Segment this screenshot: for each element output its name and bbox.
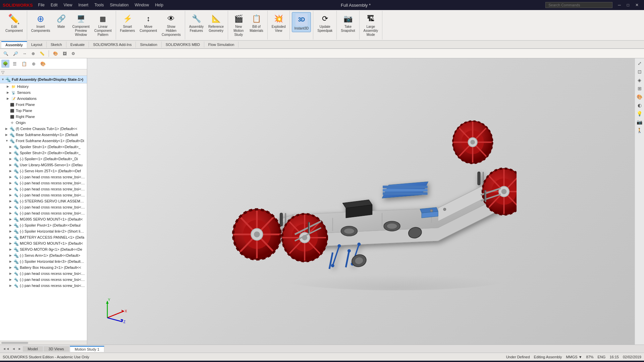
spoiler-horiz2-expand[interactable]: ▶ [9, 230, 13, 233]
screw4-expand[interactable]: ▶ [9, 193, 13, 197]
menu-help[interactable]: Help [152, 2, 166, 8]
tree-item-front-plane[interactable]: ⬛ Front Plane [0, 102, 87, 108]
screw7-expand[interactable]: ▶ [9, 272, 13, 275]
tree-item-screw7[interactable]: ▶ 🔩 (-) pan head cross recess screw_bsi<… [0, 270, 87, 277]
mate-button[interactable]: 🔗 Mate [53, 12, 69, 30]
screw5-expand[interactable]: ▶ [9, 205, 13, 209]
zoom-to-fit-button[interactable]: ⤢ [637, 60, 643, 67]
tree-root-item[interactable]: ▼ 🔩 Full Assembly (Default<Display State… [0, 76, 87, 83]
move-component-button[interactable]: ↕ MoveComponent [138, 12, 159, 34]
normal-to-button[interactable]: ⊡ [637, 68, 643, 75]
configuration-manager-tab[interactable]: 📋 [20, 60, 28, 68]
tree-item-spoiler-strut2[interactable]: ▶ 🔩 Spoiler Strut<2> (Default<<Default>_ [0, 150, 87, 156]
centre-chassis-expand[interactable]: ▶ [5, 127, 9, 130]
linear-component-button[interactable]: ▦ LinearComponentPattern [92, 12, 114, 38]
tab-solidworks-addins[interactable]: SOLIDWORKS Add-Ins [89, 42, 136, 48]
menu-view[interactable]: View [61, 2, 75, 8]
tab-solidworks-mbd[interactable]: SOLIDWORKS MBD [162, 42, 204, 48]
update-speedpak-button[interactable]: ⟳ UpdateSpeedpak [315, 12, 334, 34]
property-manager-tab[interactable]: ☰ [11, 60, 19, 68]
tree-item-screw1[interactable]: ▶ 🔩 (-) pan head cross recess screw_bsi<… [0, 174, 87, 180]
edit-component-button[interactable]: ✏️ EditComponent [3, 12, 25, 34]
tab-nav-prev[interactable]: ◄ [11, 346, 17, 351]
tab-layout[interactable]: Layout [27, 42, 47, 48]
tree-item-screw3[interactable]: ▶ 🔩 (-) pan head cross recess screw_bsi<… [0, 186, 87, 192]
tree-item-steering-servo[interactable]: ▶ 🔩 (-) STEERING SERVO LINK ASSEMBLY<1> … [0, 198, 87, 204]
tab-3d-views[interactable]: 3D Views [44, 346, 69, 352]
perspective-button[interactable]: ◈ [637, 76, 642, 84]
viewport[interactable]: X Y Z ⤢ ⊡ ◈ ⊞ 🎨 ◐ 💡 📷 🚶 [87, 58, 644, 345]
tree-item-micro-servo-mount[interactable]: ▶ 🔩 MICRO SERVO MOUNT<1> (Default< [0, 240, 87, 246]
tree-item-origin[interactable]: ✛ Origin [0, 120, 87, 126]
tab-evaluate[interactable]: Evaluate [66, 42, 89, 48]
insert-components-button[interactable]: ⊕ InsertComponents [29, 12, 52, 34]
display-style-button[interactable]: 🎨 [51, 51, 60, 57]
cameras-button[interactable]: 📷 [636, 118, 643, 126]
zoom-button[interactable]: 🔎 [11, 51, 20, 57]
servo-motor-expand[interactable]: ▶ [9, 248, 13, 251]
bill-of-materials-button[interactable]: 📋 Bill ofMaterials [248, 12, 265, 34]
tree-item-servo-arm[interactable]: ▶ 🔩 (-) Servo Arm<1> (Default<<Default> [0, 252, 87, 258]
tree-item-top-plane[interactable]: ⬛ Top Plane [0, 108, 87, 114]
tree-item-centre-chassis[interactable]: ▶ 🔩 (f) Centre Chassis Tub<1> (Default<< [0, 126, 87, 132]
screw6-expand[interactable]: ▶ [9, 212, 13, 215]
spoiler-strut1-expand[interactable]: ▶ [9, 145, 13, 148]
tree-root-expand[interactable]: ▼ [1, 78, 4, 81]
dim-xpert-tab[interactable]: ⊕ [30, 60, 38, 68]
tree-item-screw5[interactable]: ▶ 🔩 (-) pan head cross recess screw_bsi<… [0, 204, 87, 210]
servo-mount-expand[interactable]: ▶ [9, 218, 13, 221]
tree-item-spoiler-strut1[interactable]: ▶ 🔩 Spoiler Strut<1> (Default<<Default>_ [0, 144, 87, 150]
tab-nav-next[interactable]: ► [17, 346, 23, 351]
tree-item-right-plane[interactable]: ⬛ Right Plane [0, 114, 87, 120]
micro-servo-mount-expand[interactable]: ▶ [9, 242, 13, 245]
screw2-expand[interactable]: ▶ [9, 181, 13, 185]
view-settings-button[interactable]: 🖼 [61, 51, 69, 57]
section-view-button[interactable]: ⊞ [637, 85, 643, 92]
rotate-button[interactable]: ⊕ [30, 51, 37, 57]
menu-insert[interactable]: Insert [75, 2, 91, 8]
spoiler1-expand[interactable]: ▶ [9, 157, 13, 161]
view-orientation-button[interactable]: 🔍 [1, 51, 10, 57]
smart-fasteners-button[interactable]: ⚡ SmartFasteners [118, 12, 137, 34]
display-manager-tab[interactable]: 🎨 [39, 60, 47, 68]
take-snapshot-button[interactable]: 📷 TakeSnapshot [339, 12, 357, 34]
tree-item-servo-horn[interactable]: ▶ 🔩 (-) Servo Horn 25T<1> (Default<<Def [0, 168, 87, 174]
tree-item-servo-motor[interactable]: ▶ 🔩 SERVO-MOTOR-9g<1> (Default<<De [0, 246, 87, 252]
tree-item-screw6[interactable]: ▶ 🔩 (-) pan head cross recess screw_bsi<… [0, 210, 87, 216]
tree-item-servo-mount[interactable]: ▶ 🔩 MG995 SERVO MOUNT<1> (Default< [0, 216, 87, 222]
history-expand[interactable]: ▶ [7, 85, 11, 88]
tree-item-screw9[interactable]: ▶ 🔩 (-) pan head cross recess screw_bsi<… [0, 283, 87, 289]
screw9-expand[interactable]: ▶ [9, 284, 13, 287]
tree-item-screw2[interactable]: ▶ 🔩 (-) pan head cross recess screw_bsi<… [0, 180, 87, 186]
feature-manager-tab[interactable]: 🌳 [1, 60, 9, 68]
units-selector[interactable]: MMGS ▼ [566, 355, 582, 359]
realview-button[interactable]: ⚙ [69, 51, 77, 57]
component-preview-button[interactable]: 🖥️ ComponentPreviewWindow [70, 12, 92, 38]
close-button[interactable]: ✕ [633, 2, 641, 8]
appearance-button[interactable]: ◐ [637, 102, 643, 109]
instant3d-button[interactable]: 3D Instant3D [292, 12, 311, 32]
tab-sketch[interactable]: Sketch [47, 42, 66, 48]
screw1-expand[interactable]: ▶ [9, 175, 13, 179]
battery-box-expand[interactable]: ▶ [9, 266, 13, 269]
tree-item-front-subframe[interactable]: ▼ 🔩 Front Subframe Assembly<1> (Default<… [0, 138, 87, 144]
tab-simulation[interactable]: Simulation [136, 42, 161, 48]
minimize-button[interactable]: ─ [615, 2, 624, 8]
screw8-expand[interactable]: ▶ [9, 278, 13, 281]
spoiler-strut2-expand[interactable]: ▶ [9, 151, 13, 155]
servo-horn-expand[interactable]: ▶ [9, 169, 13, 173]
menu-file[interactable]: File [36, 2, 47, 8]
mg995-servo-expand[interactable]: ▶ [9, 163, 13, 167]
pan-button[interactable]: ↔ [21, 51, 29, 57]
tab-assembly[interactable]: Assembly [1, 41, 27, 48]
tree-item-mg995-servo[interactable]: ▶ 🔩 User Library-MG995-Servo<1> (Defau [0, 162, 87, 168]
tree-item-sensors[interactable]: ▶ 📡 Sensors [0, 89, 87, 96]
screw3-expand[interactable]: ▶ [9, 187, 13, 191]
menu-window[interactable]: Window [132, 2, 152, 8]
tree-item-annotations[interactable]: ▶ 📝 Annotations [0, 96, 87, 102]
walk-through-button[interactable]: 🚶 [636, 127, 643, 134]
servo-arm-expand[interactable]: ▶ [9, 254, 13, 257]
tab-motion-study[interactable]: Motion Study 1 [70, 346, 104, 352]
large-assembly-button[interactable]: 🏗 LargeAssemblyMode [362, 12, 380, 38]
annotations-expand[interactable]: ▶ [7, 97, 11, 100]
